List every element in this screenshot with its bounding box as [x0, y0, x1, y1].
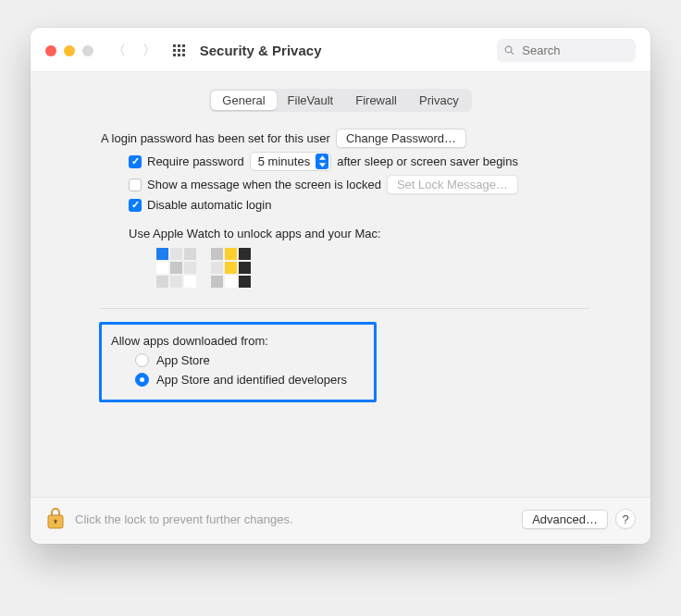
allow-apps-highlight: Allow apps downloaded from: App Store Ap…: [99, 322, 377, 402]
allow-appstore-radio[interactable]: [135, 353, 149, 367]
set-lock-message-button[interactable]: Set Lock Message…: [387, 175, 518, 194]
zoom-window-button[interactable]: [82, 45, 93, 56]
allow-identified-label: App Store and identified developers: [156, 373, 347, 387]
allow-identified-radio[interactable]: [135, 373, 149, 387]
preferences-window: 〈 〉 Security & Privacy General FileVault…: [31, 28, 650, 544]
disable-auto-login-row: Disable automatic login: [129, 198, 589, 212]
allow-appstore-row: App Store: [135, 353, 359, 367]
minimize-window-button[interactable]: [64, 45, 75, 56]
window-controls: [45, 45, 93, 56]
back-button[interactable]: 〈: [112, 42, 126, 59]
disable-auto-login-checkbox[interactable]: [129, 199, 142, 212]
nav-arrows: 〈 〉: [112, 42, 156, 59]
require-password-label: Require password: [147, 154, 244, 168]
bottom-spacer: [101, 402, 589, 486]
tabs: General FileVault Firewall Privacy: [45, 89, 636, 112]
show-message-label: Show a message when the screen is locked: [147, 178, 381, 191]
tab-firewall[interactable]: Firewall: [344, 91, 408, 110]
require-password-checkbox[interactable]: [129, 155, 142, 168]
tab-general[interactable]: General: [211, 91, 276, 110]
titlebar: 〈 〉 Security & Privacy: [31, 28, 650, 71]
apple-watch-section: Use Apple Watch to unlock apps and your …: [129, 227, 589, 288]
apple-watch-text: Use Apple Watch to unlock apps and your …: [129, 227, 381, 240]
select-stepper-icon: [316, 154, 328, 169]
general-content: A login password has been set for this u…: [45, 129, 636, 486]
advanced-button[interactable]: Advanced…: [522, 510, 608, 529]
search-icon: [504, 44, 514, 56]
tab-segment: General FileVault Firewall Privacy: [209, 89, 471, 112]
require-password-row: Require password 5 minutes after sleep o…: [129, 152, 589, 171]
change-password-button[interactable]: Change Password…: [336, 129, 466, 148]
disable-auto-login-label: Disable automatic login: [147, 198, 271, 212]
require-delay-value: 5 minutes: [258, 154, 310, 168]
lock-icon[interactable]: [45, 507, 66, 531]
allow-appstore-label: App Store: [156, 353, 210, 367]
lock-description: Click the lock to prevent further change…: [75, 512, 293, 526]
footer: Click the lock to prevent further change…: [31, 497, 650, 544]
help-button[interactable]: ?: [615, 509, 636, 529]
apple-watch-users: [156, 248, 589, 288]
show-message-checkbox[interactable]: [129, 179, 142, 191]
close-window-button[interactable]: [45, 45, 56, 56]
require-password-suffix: after sleep or screen saver begins: [337, 154, 518, 168]
forward-button[interactable]: 〉: [142, 42, 156, 59]
search-field[interactable]: [497, 39, 636, 62]
pane-body: General FileVault Firewall Privacy A log…: [31, 72, 650, 497]
window-title: Security & Privacy: [200, 43, 322, 58]
allow-apps-heading: Allow apps downloaded from:: [111, 334, 359, 348]
svg-rect-2: [55, 521, 56, 524]
tab-privacy[interactable]: Privacy: [408, 91, 470, 110]
watch-user-avatar[interactable]: [156, 248, 196, 288]
login-password-row: A login password has been set for this u…: [101, 129, 589, 148]
login-password-text: A login password has been set for this u…: [101, 131, 330, 145]
watch-user-avatar[interactable]: [211, 248, 251, 288]
show-all-prefs-button[interactable]: [173, 44, 185, 56]
search-input[interactable]: [520, 43, 628, 58]
require-delay-select[interactable]: 5 minutes: [250, 152, 331, 171]
section-divider: [101, 308, 589, 309]
allow-identified-row: App Store and identified developers: [135, 373, 359, 387]
tab-filevault[interactable]: FileVault: [277, 91, 345, 110]
show-message-row: Show a message when the screen is locked…: [129, 175, 589, 194]
